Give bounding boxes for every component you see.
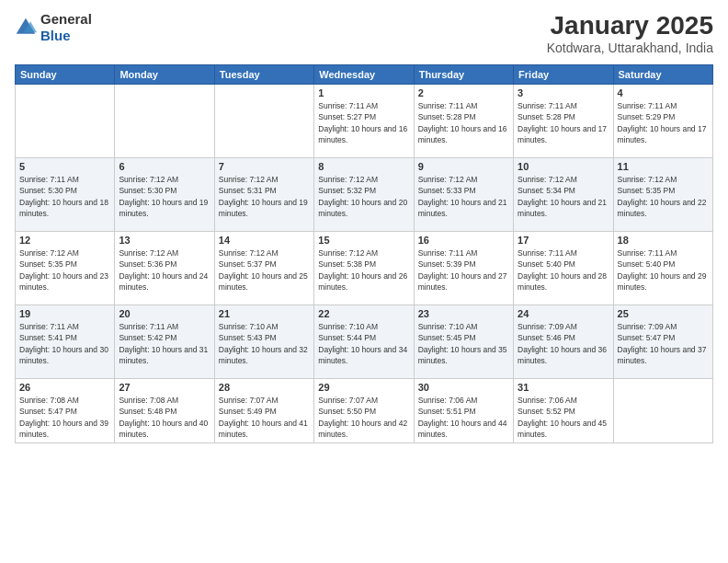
- table-row: 10Sunrise: 7:12 AM Sunset: 5:34 PM Dayli…: [514, 158, 613, 232]
- table-row: 7Sunrise: 7:12 AM Sunset: 5:31 PM Daylig…: [214, 158, 313, 232]
- day-number: 16: [418, 235, 509, 246]
- col-sunday: Sunday: [16, 65, 115, 85]
- table-row: 28Sunrise: 7:07 AM Sunset: 5:49 PM Dayli…: [214, 379, 313, 443]
- logo-icon: [15, 17, 37, 39]
- day-number: 18: [618, 235, 709, 246]
- day-number: 26: [19, 382, 110, 393]
- day-detail: Sunrise: 7:08 AM Sunset: 5:48 PM Dayligh…: [119, 395, 210, 440]
- day-number: 3: [518, 87, 609, 98]
- day-detail: Sunrise: 7:12 AM Sunset: 5:31 PM Dayligh…: [219, 174, 310, 219]
- day-detail: Sunrise: 7:07 AM Sunset: 5:50 PM Dayligh…: [318, 395, 409, 440]
- calendar-week-row: 26Sunrise: 7:08 AM Sunset: 5:47 PM Dayli…: [16, 379, 713, 443]
- day-detail: Sunrise: 7:10 AM Sunset: 5:45 PM Dayligh…: [418, 321, 509, 366]
- day-number: 24: [518, 308, 609, 319]
- logo-general: General: [40, 11, 92, 28]
- day-number: 13: [119, 235, 210, 246]
- table-row: 13Sunrise: 7:12 AM Sunset: 5:36 PM Dayli…: [115, 232, 214, 305]
- day-number: 2: [418, 87, 509, 98]
- day-number: 22: [318, 308, 409, 319]
- day-detail: Sunrise: 7:07 AM Sunset: 5:49 PM Dayligh…: [219, 395, 310, 440]
- table-row: 18Sunrise: 7:11 AM Sunset: 5:40 PM Dayli…: [613, 232, 712, 305]
- table-row: 6Sunrise: 7:12 AM Sunset: 5:30 PM Daylig…: [115, 158, 214, 232]
- calendar-week-row: 5Sunrise: 7:11 AM Sunset: 5:30 PM Daylig…: [16, 158, 713, 232]
- logo-blue: Blue: [40, 28, 92, 44]
- day-number: 1: [318, 87, 409, 98]
- table-row: [16, 85, 115, 158]
- day-number: 25: [618, 308, 709, 319]
- day-number: 29: [318, 382, 409, 393]
- col-saturday: Saturday: [613, 65, 712, 85]
- col-wednesday: Wednesday: [314, 65, 414, 85]
- day-detail: Sunrise: 7:08 AM Sunset: 5:47 PM Dayligh…: [19, 395, 110, 440]
- day-detail: Sunrise: 7:09 AM Sunset: 5:47 PM Dayligh…: [618, 321, 709, 366]
- day-number: 31: [518, 382, 609, 393]
- day-number: 28: [219, 382, 310, 393]
- day-detail: Sunrise: 7:12 AM Sunset: 5:37 PM Dayligh…: [219, 247, 310, 293]
- day-detail: Sunrise: 7:12 AM Sunset: 5:32 PM Dayligh…: [318, 174, 409, 219]
- day-number: 20: [119, 308, 210, 319]
- calendar-header-row: Sunday Monday Tuesday Wednesday Thursday…: [16, 65, 713, 85]
- table-row: [214, 85, 313, 158]
- day-detail: Sunrise: 7:12 AM Sunset: 5:30 PM Dayligh…: [119, 174, 210, 219]
- calendar-table: Sunday Monday Tuesday Wednesday Thursday…: [15, 64, 713, 443]
- calendar-week-row: 1Sunrise: 7:11 AM Sunset: 5:27 PM Daylig…: [16, 85, 713, 158]
- day-detail: Sunrise: 7:11 AM Sunset: 5:28 PM Dayligh…: [418, 100, 509, 145]
- day-number: 15: [318, 235, 409, 246]
- day-detail: Sunrise: 7:11 AM Sunset: 5:28 PM Dayligh…: [518, 100, 609, 145]
- col-friday: Friday: [514, 65, 613, 85]
- day-detail: Sunrise: 7:12 AM Sunset: 5:34 PM Dayligh…: [518, 174, 609, 219]
- day-number: 27: [119, 382, 210, 393]
- day-number: 30: [418, 382, 509, 393]
- table-row: 3Sunrise: 7:11 AM Sunset: 5:28 PM Daylig…: [514, 85, 613, 158]
- day-detail: Sunrise: 7:12 AM Sunset: 5:36 PM Dayligh…: [119, 247, 210, 293]
- day-detail: Sunrise: 7:06 AM Sunset: 5:51 PM Dayligh…: [418, 395, 509, 440]
- table-row: 21Sunrise: 7:10 AM Sunset: 5:43 PM Dayli…: [214, 305, 313, 379]
- table-row: 11Sunrise: 7:12 AM Sunset: 5:35 PM Dayli…: [613, 158, 712, 232]
- day-detail: Sunrise: 7:12 AM Sunset: 5:33 PM Dayligh…: [418, 174, 509, 219]
- table-row: 30Sunrise: 7:06 AM Sunset: 5:51 PM Dayli…: [414, 379, 513, 443]
- table-row: 29Sunrise: 7:07 AM Sunset: 5:50 PM Dayli…: [314, 379, 414, 443]
- day-number: 8: [318, 161, 409, 172]
- day-detail: Sunrise: 7:12 AM Sunset: 5:35 PM Dayligh…: [618, 174, 709, 219]
- location-title: Kotdwara, Uttarakhand, India: [547, 40, 713, 55]
- day-number: 6: [119, 161, 210, 172]
- day-detail: Sunrise: 7:11 AM Sunset: 5:27 PM Dayligh…: [318, 100, 409, 145]
- col-tuesday: Tuesday: [214, 65, 313, 85]
- day-detail: Sunrise: 7:09 AM Sunset: 5:46 PM Dayligh…: [518, 321, 609, 366]
- table-row: 4Sunrise: 7:11 AM Sunset: 5:29 PM Daylig…: [613, 85, 712, 158]
- table-row: 9Sunrise: 7:12 AM Sunset: 5:33 PM Daylig…: [414, 158, 513, 232]
- day-number: 7: [219, 161, 310, 172]
- table-row: 2Sunrise: 7:11 AM Sunset: 5:28 PM Daylig…: [414, 85, 513, 158]
- title-block: January 2025 Kotdwara, Uttarakhand, Indi…: [547, 11, 713, 55]
- table-row: 8Sunrise: 7:12 AM Sunset: 5:32 PM Daylig…: [314, 158, 414, 232]
- table-row: 1Sunrise: 7:11 AM Sunset: 5:27 PM Daylig…: [314, 85, 414, 158]
- day-detail: Sunrise: 7:12 AM Sunset: 5:35 PM Dayligh…: [19, 247, 110, 293]
- day-detail: Sunrise: 7:10 AM Sunset: 5:44 PM Dayligh…: [318, 321, 409, 366]
- table-row: 19Sunrise: 7:11 AM Sunset: 5:41 PM Dayli…: [16, 305, 115, 379]
- table-row: 25Sunrise: 7:09 AM Sunset: 5:47 PM Dayli…: [613, 305, 712, 379]
- day-detail: Sunrise: 7:11 AM Sunset: 5:30 PM Dayligh…: [19, 174, 110, 219]
- day-detail: Sunrise: 7:11 AM Sunset: 5:41 PM Dayligh…: [19, 321, 110, 366]
- table-row: 31Sunrise: 7:06 AM Sunset: 5:52 PM Dayli…: [514, 379, 613, 443]
- day-detail: Sunrise: 7:10 AM Sunset: 5:43 PM Dayligh…: [219, 321, 310, 366]
- day-number: 19: [19, 308, 110, 319]
- header: General Blue January 2025 Kotdwara, Utta…: [15, 11, 713, 55]
- calendar-week-row: 19Sunrise: 7:11 AM Sunset: 5:41 PM Dayli…: [16, 305, 713, 379]
- page: General Blue January 2025 Kotdwara, Utta…: [0, 0, 728, 563]
- col-monday: Monday: [115, 65, 214, 85]
- day-detail: Sunrise: 7:11 AM Sunset: 5:39 PM Dayligh…: [418, 247, 509, 293]
- col-thursday: Thursday: [414, 65, 513, 85]
- day-detail: Sunrise: 7:11 AM Sunset: 5:40 PM Dayligh…: [618, 247, 709, 293]
- table-row: 12Sunrise: 7:12 AM Sunset: 5:35 PM Dayli…: [16, 232, 115, 305]
- table-row: 16Sunrise: 7:11 AM Sunset: 5:39 PM Dayli…: [414, 232, 513, 305]
- day-number: 21: [219, 308, 310, 319]
- table-row: 15Sunrise: 7:12 AM Sunset: 5:38 PM Dayli…: [314, 232, 414, 305]
- table-row: 17Sunrise: 7:11 AM Sunset: 5:40 PM Dayli…: [514, 232, 613, 305]
- day-detail: Sunrise: 7:11 AM Sunset: 5:40 PM Dayligh…: [518, 247, 609, 293]
- day-number: 14: [219, 235, 310, 246]
- day-number: 5: [19, 161, 110, 172]
- table-row: [613, 379, 712, 443]
- table-row: 14Sunrise: 7:12 AM Sunset: 5:37 PM Dayli…: [214, 232, 313, 305]
- day-detail: Sunrise: 7:11 AM Sunset: 5:42 PM Dayligh…: [119, 321, 210, 366]
- table-row: 22Sunrise: 7:10 AM Sunset: 5:44 PM Dayli…: [314, 305, 414, 379]
